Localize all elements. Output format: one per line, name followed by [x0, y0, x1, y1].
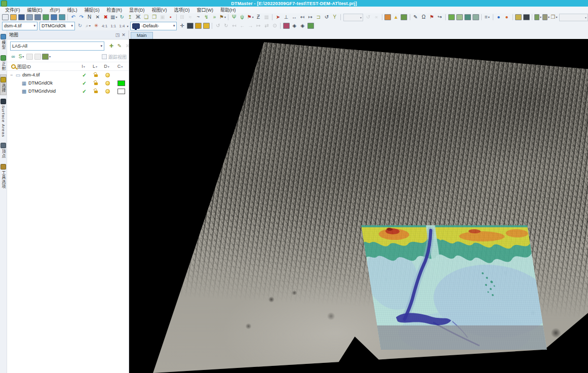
export-grid[interactable]: [42, 14, 49, 21]
ball-blue[interactable]: ●: [495, 14, 502, 21]
menu-item-6[interactable]: 检查(R): [103, 7, 126, 13]
stamp-tool[interactable]: ❒▾: [551, 14, 558, 21]
layer-combo[interactable]: dsm-4.tif ▾: [2, 22, 37, 30]
unlock-grid[interactable]: [194, 22, 202, 29]
nav-point-a[interactable]: ◈: [291, 22, 298, 29]
colormap-select[interactable]: ▾: [534, 14, 541, 21]
draw-line[interactable]: N: [86, 14, 93, 21]
zoom-ratio-4-1[interactable]: 4:1: [100, 24, 109, 28]
tree-expander[interactable]: −: [10, 72, 15, 77]
import-flag-cell[interactable]: ✓: [79, 72, 90, 78]
lock-flag-cell[interactable]: [90, 81, 102, 85]
col-lock[interactable]: L: [89, 64, 101, 69]
sidebar-tab-vertices[interactable]: 顶点: [0, 141, 7, 160]
fly-through[interactable]: ➤: [275, 14, 282, 21]
sidebar-tab-ortho[interactable]: 正射: [0, 53, 7, 73]
tab-main[interactable]: Main: [131, 32, 153, 39]
binoculars[interactable]: ∞: [10, 53, 17, 60]
flag-error[interactable]: ⚑▾: [247, 14, 254, 21]
import-flag-cell[interactable]: ✓: [79, 80, 90, 86]
layer-row-DTMGridVoid[interactable]: ▩DTMGridVoid✓: [7, 87, 129, 95]
menu-item-1[interactable]: 文件(F): [2, 7, 24, 13]
undo[interactable]: ↶: [70, 14, 77, 21]
lock-grid[interactable]: [203, 22, 210, 29]
menu-item-5[interactable]: 捕捉(S): [81, 7, 103, 13]
hook-tool[interactable]: ↪: [436, 14, 443, 21]
dataset-combo[interactable]: LAS-All ▾: [10, 42, 104, 51]
grid-combo[interactable]: DTMGridOk ▾: [40, 22, 75, 30]
display-options[interactable]: ≡▾: [484, 14, 491, 21]
nav-point-b[interactable]: ◈: [299, 22, 306, 29]
stereo-cursor-1[interactable]: [456, 14, 463, 21]
measure-tool[interactable]: ✛: [178, 22, 185, 29]
report[interactable]: [384, 14, 391, 21]
operator-tool[interactable]: Ω: [420, 14, 427, 21]
pan-horizontal[interactable]: ↔: [291, 14, 298, 21]
display-flag-cell[interactable]: [102, 73, 113, 77]
layer-row-dsm-4.tif[interactable]: −▭dsm-4.tif✓: [7, 71, 129, 79]
legend-options[interactable]: ▾: [42, 53, 51, 60]
grid-view[interactable]: [58, 14, 65, 21]
sidebar-tab-tool-options[interactable]: 工具选项: [0, 162, 7, 191]
zoom-ratio-1-4[interactable]: 1:4: [117, 24, 126, 28]
menu-item-11[interactable]: 帮助(H): [217, 7, 240, 13]
refresh-view[interactable]: ↻: [119, 14, 126, 21]
point-filter[interactable]: ⚑▾: [219, 14, 226, 21]
col-color[interactable]: C: [112, 64, 128, 69]
auto-refresh[interactable]: ↻: [76, 22, 84, 29]
copy-object[interactable]: ❏: [143, 14, 150, 21]
zoom-ratio-1-1[interactable]: 1:1: [109, 24, 117, 28]
float-panel-icon[interactable]: ◳: [114, 32, 121, 37]
viewport-canvas[interactable]: [129, 39, 588, 373]
pyramid-view[interactable]: [283, 22, 290, 29]
zoom-tool[interactable]: ⌕▾: [85, 22, 92, 29]
sidebar-tab-models[interactable]: 模型: [0, 32, 7, 52]
export-ortho[interactable]: [307, 22, 314, 29]
zoom-ratio-dropdown[interactable]: ▾: [127, 24, 128, 28]
layer-id-header[interactable]: 图层ID: [11, 63, 77, 70]
close-panel-icon[interactable]: ✕: [121, 32, 127, 37]
open-project[interactable]: [10, 14, 17, 21]
menu-item-3[interactable]: 点(P): [46, 7, 64, 13]
drop-plumb[interactable]: ⊥: [283, 14, 290, 21]
import-data[interactable]: [34, 14, 41, 21]
warning-list[interactable]: ▲: [393, 14, 400, 21]
ball-orange[interactable]: ●: [503, 14, 511, 21]
delete-selection[interactable]: ✖: [102, 14, 109, 21]
add-dataset[interactable]: ✚: [108, 43, 115, 50]
contour-tool[interactable]: ~: [194, 14, 202, 21]
save-all[interactable]: [26, 14, 33, 21]
fit-view[interactable]: ✳: [93, 22, 100, 29]
lock-flag-cell[interactable]: [90, 89, 102, 93]
open-model[interactable]: [50, 14, 57, 21]
grow-region[interactable]: Ψ: [230, 14, 238, 21]
profile-combo[interactable]: -Default- ▾: [130, 22, 177, 30]
hillshade-toggle[interactable]: [523, 14, 530, 21]
stereo-view-1[interactable]: [448, 14, 455, 21]
clip-region[interactable]: ⊐: [315, 14, 322, 21]
col-import[interactable]: I: [77, 64, 89, 69]
rotate-view[interactable]: ↺: [323, 14, 330, 21]
stereo-view-2[interactable]: [464, 14, 471, 21]
raise-point[interactable]: ↥: [127, 14, 134, 21]
flag-anchor[interactable]: ⚑: [428, 14, 435, 21]
interpolate[interactable]: ↯: [203, 14, 210, 21]
shrink-region[interactable]: ψ: [239, 14, 246, 21]
menu-item-2[interactable]: 编辑(E): [24, 7, 46, 13]
display-flag-cell[interactable]: [102, 81, 113, 86]
stereo-cursor-2[interactable]: [472, 14, 479, 21]
menu-item-10[interactable]: 窗口(W): [193, 7, 217, 13]
move-left[interactable]: ↤: [299, 14, 306, 21]
save[interactable]: [18, 14, 25, 21]
color-chip-cell[interactable]: [113, 80, 129, 86]
confirm-edit[interactable]: Υ: [331, 14, 338, 21]
move-right[interactable]: ↦: [307, 14, 314, 21]
display-flag-cell[interactable]: [102, 89, 113, 94]
batch-process[interactable]: »: [211, 14, 218, 21]
sidebar-tab-selection[interactable]: 选择: [0, 74, 7, 95]
redo[interactable]: ↷: [78, 14, 85, 21]
menu-item-4[interactable]: 线(L): [64, 7, 81, 13]
import-flag-cell[interactable]: ✓: [79, 89, 90, 94]
new-file[interactable]: [2, 14, 9, 21]
menu-item-9[interactable]: 选项(O): [171, 7, 193, 13]
